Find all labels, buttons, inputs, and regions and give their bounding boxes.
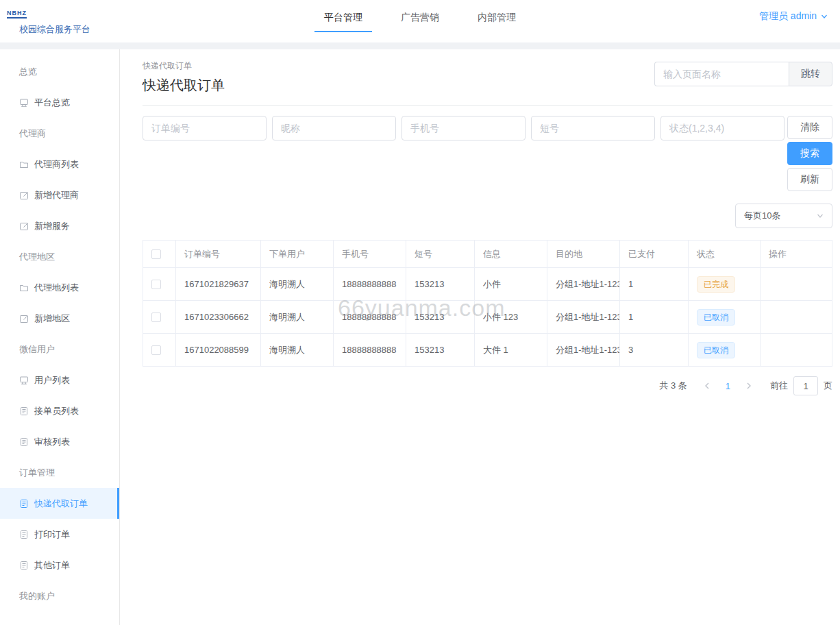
row-checkbox[interactable] (151, 280, 161, 289)
sidebar-group-heading: 我的账户 (0, 580, 119, 611)
jump-button[interactable]: 跳转 (789, 62, 832, 86)
edit-icon (19, 314, 29, 323)
cell-user: 海明溯人 (261, 334, 334, 367)
dashboard-icon (19, 98, 29, 108)
sidebar-item[interactable]: 新增服务 (0, 210, 119, 241)
header-divider (0, 42, 840, 49)
folder-icon (19, 283, 29, 293)
main-content: 快递代取订单 快递代取订单 跳转 清除 搜索 刷新 每页10条 (120, 49, 840, 625)
page-head: 快递代取订单 快递代取订单 跳转 (143, 60, 832, 106)
sidebar-item[interactable]: 新增代理商 (0, 180, 119, 210)
sidebar-item[interactable]: 用户列表 (0, 365, 119, 395)
sidebar-group-heading: 代理商 (0, 118, 119, 149)
filters-row: 清除 搜索 刷新 (143, 116, 832, 191)
cell-paid: 1 (620, 268, 689, 301)
column-header: 下单用户 (261, 241, 334, 268)
nav-tab[interactable]: 内部管理 (468, 0, 526, 32)
sidebar-item[interactable]: 其他订单 (0, 550, 119, 580)
column-header: 短号 (406, 241, 475, 268)
sidebar-item-label: 代理商列表 (34, 158, 79, 171)
cell-phone: 18888888888 (334, 268, 406, 301)
sidebar-group: 我的账户 (0, 580, 119, 611)
page-size-select[interactable]: 每页10条 (735, 204, 832, 228)
prev-page-button[interactable] (697, 382, 717, 390)
page-jump-input[interactable] (654, 62, 789, 86)
table-body: 1671021829637 海明溯人 18888888888 153213 小件… (143, 268, 832, 367)
cell-order-no: 1671022088599 (176, 334, 261, 367)
cell-short-no: 153213 (406, 268, 475, 301)
cell-actions (761, 301, 832, 334)
clear-button[interactable]: 清除 (787, 116, 832, 139)
column-header: 目的地 (547, 241, 620, 268)
document-icon (19, 499, 29, 508)
user-label: 管理员 admin (759, 10, 817, 23)
document-icon (19, 561, 29, 570)
cell-destination: 分组1-地址1-123 (547, 301, 620, 334)
pagesize-row: 每页10条 (143, 204, 832, 228)
sidebar-item-label: 新增代理商 (34, 189, 79, 201)
refresh-button[interactable]: 刷新 (787, 168, 832, 191)
filter-input[interactable] (660, 116, 785, 140)
sidebar-item[interactable]: 快递代取订单 (0, 488, 119, 519)
filter-input[interactable] (402, 116, 526, 140)
cell-paid: 1 (620, 301, 689, 334)
nav-tab[interactable]: 广告营销 (391, 0, 449, 32)
sidebar-group: 代理地区 代理地列表 新增地区 (0, 241, 119, 334)
cell-order-no: 1671023306662 (176, 301, 261, 334)
cell-info: 小件 (475, 268, 547, 301)
pagination: 共 3 条 1 前往 页 (143, 376, 832, 395)
column-header: 订单编号 (176, 241, 261, 268)
current-page[interactable]: 1 (719, 381, 737, 391)
filter-input[interactable] (531, 116, 655, 140)
cell-actions (761, 334, 832, 367)
sidebar-group-heading: 总览 (0, 56, 119, 87)
sidebar-item-label: 审核列表 (34, 436, 70, 448)
cell-info: 大件 1 (475, 334, 547, 367)
breadcrumb: 快递代取订单 (143, 60, 225, 72)
next-page-button[interactable] (739, 382, 759, 390)
search-button[interactable]: 搜索 (787, 142, 832, 165)
row-checkbox[interactable] (151, 312, 161, 322)
filter-buttons: 清除 搜索 刷新 (787, 116, 832, 191)
cell-user: 海明溯人 (261, 268, 334, 301)
nav-tab[interactable]: 平台管理 (314, 0, 372, 32)
top-header: NBHZ 校园综合服务平台 平台管理 广告营销 内部管理 管理员 admin (0, 0, 840, 42)
cell-user: 海明溯人 (261, 301, 334, 334)
filter-input[interactable] (143, 116, 267, 140)
sidebar-item-label: 打印订单 (34, 528, 70, 541)
cell-actions (761, 268, 832, 301)
column-header: 已支付 (620, 241, 689, 268)
sidebar-item-label: 代理地列表 (34, 282, 79, 294)
cell-destination: 分组1-地址1-123 (547, 268, 620, 301)
cell-phone: 18888888888 (334, 334, 406, 367)
column-header: 操作 (761, 241, 832, 268)
status-badge: 已取消 (697, 309, 735, 326)
cell-short-no: 153213 (406, 301, 475, 334)
page-size-value: 每页10条 (744, 210, 780, 222)
cell-order-no: 1671021829637 (176, 268, 261, 301)
nav-tab-label: 内部管理 (478, 12, 516, 23)
nav-tabs: 平台管理 广告营销 内部管理 (305, 0, 535, 32)
select-all-checkbox[interactable] (151, 249, 161, 259)
filter-input[interactable] (272, 116, 396, 140)
sidebar-item-label: 新增地区 (34, 312, 70, 325)
edit-icon (19, 221, 29, 231)
sidebar-item[interactable]: 代理地列表 (0, 272, 119, 303)
sidebar-item[interactable]: 打印订单 (0, 519, 119, 550)
sidebar-item[interactable]: 平台总览 (0, 87, 119, 118)
sidebar-item-label: 平台总览 (34, 97, 70, 109)
cell-info: 小件 123 (475, 301, 547, 334)
status-badge: 已取消 (697, 342, 735, 358)
sidebar-item[interactable]: 接单员列表 (0, 395, 119, 426)
sidebar-item[interactable]: 新增地区 (0, 303, 119, 334)
sidebar-item[interactable]: 审核列表 (0, 426, 119, 457)
sidebar-item[interactable]: 代理商列表 (0, 149, 119, 180)
user-menu[interactable]: 管理员 admin (759, 10, 828, 23)
sidebar-item-label: 新增服务 (34, 220, 70, 232)
row-checkbox[interactable] (151, 345, 161, 355)
brand-name: 校园综合服务平台 (19, 23, 90, 36)
brand: NBHZ 校园综合服务平台 (7, 5, 90, 36)
chevron-down-icon (817, 212, 824, 219)
table-row: 1671022088599 海明溯人 18888888888 153213 大件… (143, 334, 832, 367)
goto-page-input[interactable] (793, 376, 818, 395)
